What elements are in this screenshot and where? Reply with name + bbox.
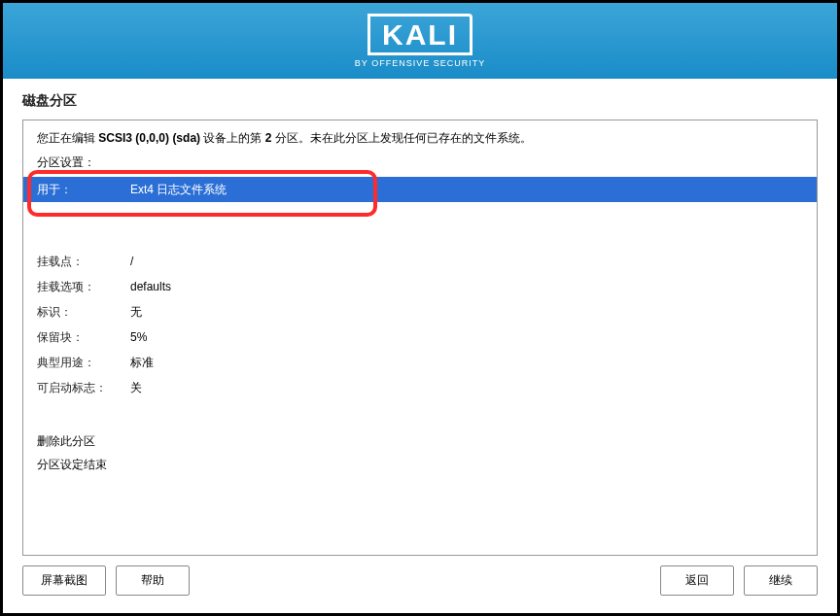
row-value: 标准: [130, 355, 803, 370]
row-spacer: [23, 400, 817, 429]
footer: 屏幕截图 帮助 返回 继续: [3, 565, 837, 613]
row-mount-point[interactable]: 挂载点： /: [23, 249, 817, 274]
row-reserved[interactable]: 保留块： 5%: [23, 325, 817, 350]
row-label: 挂载选项：: [37, 279, 130, 294]
row-value: 无: [130, 304, 803, 320]
row-spacer: [23, 202, 817, 249]
row-value: /: [130, 254, 803, 269]
row-done-setting[interactable]: 分区设定结束: [23, 453, 817, 476]
row-value: defaults: [130, 279, 803, 294]
installer-window: KALI BY OFFENSIVE SECURITY 磁盘分区 您正在编辑 SC…: [3, 3, 837, 613]
action-label: 删除此分区: [37, 433, 95, 449]
help-button[interactable]: 帮助: [116, 565, 190, 596]
info-mid: 设备上的第: [200, 131, 265, 145]
logo-text: KALI: [368, 14, 472, 55]
row-value: Ext4 日志文件系统: [130, 182, 803, 197]
row-value: 5%: [130, 329, 803, 345]
logo-subtitle: BY OFFENSIVE SECURITY: [355, 58, 485, 68]
row-label: 典型用途：: [37, 355, 130, 370]
screenshot-button[interactable]: 屏幕截图: [22, 565, 106, 596]
row-typical[interactable]: 典型用途： 标准: [23, 350, 817, 375]
row-mount-options[interactable]: 挂载选项： defaults: [23, 274, 817, 299]
section-label: 分区设置：: [23, 154, 817, 177]
row-label: 挂载点：: [37, 254, 130, 269]
back-button[interactable]: 返回: [660, 565, 734, 596]
settings-list: 用于： Ext4 日志文件系统 挂载点： / 挂载选项： defaults 标识…: [23, 177, 817, 555]
row-label: 可启动标志：: [37, 380, 130, 395]
info-line: 您正在编辑 SCSI3 (0,0,0) (sda) 设备上的第 2 分区。未在此…: [23, 130, 817, 154]
row-label-row[interactable]: 标识： 无: [23, 299, 817, 325]
kali-logo: KALI BY OFFENSIVE SECURITY: [355, 14, 485, 68]
row-label: 用于：: [37, 182, 130, 197]
footer-left: 屏幕截图 帮助: [22, 565, 190, 596]
page-title: 磁盘分区: [3, 79, 837, 120]
info-prefix: 您正在编辑: [37, 131, 98, 145]
info-suffix: 分区。未在此分区上发现任何已存在的文件系统。: [271, 131, 531, 145]
footer-right: 返回 继续: [660, 565, 818, 596]
row-label: 保留块：: [37, 329, 130, 345]
header: KALI BY OFFENSIVE SECURITY: [3, 3, 837, 79]
row-label: 标识：: [37, 304, 130, 320]
content-panel: 您正在编辑 SCSI3 (0,0,0) (sda) 设备上的第 2 分区。未在此…: [22, 120, 818, 556]
row-value: 关: [130, 380, 803, 395]
info-device: SCSI3 (0,0,0) (sda): [98, 131, 200, 145]
continue-button[interactable]: 继续: [744, 565, 818, 596]
row-use-as[interactable]: 用于： Ext4 日志文件系统: [23, 177, 817, 202]
action-label: 分区设定结束: [37, 457, 107, 472]
row-delete-partition[interactable]: 删除此分区: [23, 429, 817, 453]
row-bootable[interactable]: 可启动标志： 关: [23, 375, 817, 400]
